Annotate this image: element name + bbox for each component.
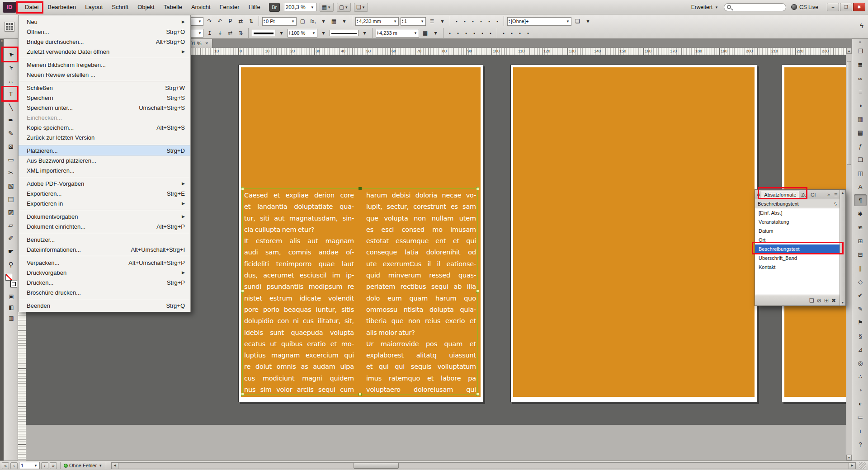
style-menu-icon[interactable]: ▾	[584, 17, 592, 26]
menu-item-zurück-zur-letzten-version[interactable]: Zurück zur letzten Version	[19, 132, 190, 142]
columns-count-field[interactable]: ▴▾1▾	[401, 17, 426, 26]
character-styles-panel-icon[interactable]: A	[854, 181, 867, 193]
menu-item-speichern-unter[interactable]: Speichern unter...Umschalt+Strg+S	[19, 103, 190, 113]
line-tool[interactable]: ╲	[5, 101, 17, 113]
fill-stroke-swatches[interactable]	[5, 274, 17, 287]
text-align-icon-0[interactable]: ▪	[447, 29, 453, 38]
links-panel-icon[interactable]: ∞	[854, 72, 867, 84]
position-icon[interactable]: P	[226, 17, 235, 26]
bridge-button[interactable]: Br	[269, 3, 280, 12]
gradient-panel-icon[interactable]: ▤	[854, 127, 867, 138]
restore-button[interactable]: ❐	[840, 3, 852, 11]
menu-item-schließen[interactable]: SchließenStrg+W	[19, 83, 190, 93]
select-container-button[interactable]: ↥	[205, 29, 214, 38]
menu-item-einchecken[interactable]: Einchecken...	[19, 113, 190, 122]
info-panel-icon[interactable]: i	[854, 425, 867, 437]
menu-item-kopie-speichern[interactable]: Kopie speichern...Alt+Strg+S	[19, 122, 190, 132]
gradient-swatch-tool[interactable]: ▤	[5, 193, 17, 205]
menu-datei[interactable]: Datei	[20, 0, 43, 14]
close-button[interactable]: ✖	[853, 3, 865, 11]
frame-handle[interactable]	[359, 393, 362, 396]
menu-item-adobe-pdf-vorgaben[interactable]: Adobe PDF-Vorgaben▶	[19, 179, 190, 188]
scroll-up-icon[interactable]: ▲	[846, 48, 852, 54]
menu-item-neu[interactable]: Neu▶	[19, 17, 190, 27]
tab-absatzformate[interactable]: Absatzformate	[761, 191, 799, 199]
background-tasks-panel-icon[interactable]: ◔	[854, 384, 867, 396]
pages-panel-icon[interactable]: ❐	[854, 45, 867, 57]
style-row-datum[interactable]: Datum	[755, 226, 840, 235]
text-align-icon-4[interactable]: ▪	[479, 29, 486, 38]
horizontal-scrollbar-thumb[interactable]	[354, 463, 399, 469]
stroke-color-menu-icon[interactable]: ▾	[277, 29, 286, 38]
scroll-down-icon[interactable]: ▼	[841, 301, 844, 304]
cs-live-button[interactable]: CS Live	[788, 4, 822, 10]
scroll-up-icon[interactable]: ▲	[841, 191, 844, 194]
horizontal-scrollbar[interactable]: ◀ ▶	[111, 462, 856, 469]
story-editor-panel-icon[interactable]: ≋	[854, 221, 867, 233]
align-icon-0[interactable]: ▪	[453, 17, 460, 26]
glyphs-panel-icon[interactable]: ✱	[854, 208, 867, 220]
gradient-feather-tool[interactable]: ▨	[5, 206, 17, 218]
notes-panel-icon[interactable]: ✎	[854, 303, 867, 315]
zoom-level-control[interactable]: 203,3 % ▾	[284, 3, 316, 11]
kuler-panel-icon[interactable]: ◐	[854, 398, 867, 409]
last-page-button[interactable]: »	[50, 462, 57, 469]
menu-item-dateiinformationen[interactable]: Dateiinformationen...Alt+Umschalt+Strg+I	[19, 244, 190, 254]
layers-panel-icon[interactable]: ≣	[854, 59, 867, 70]
menu-item-zuletzt-verwendete-datei-öffnen[interactable]: Zuletzt verwendete Datei öffnen▶	[19, 47, 190, 56]
align-icon-2[interactable]: ▪	[470, 17, 476, 26]
menu-tabelle[interactable]: Tabelle	[159, 0, 187, 14]
search-box[interactable]	[724, 3, 786, 11]
style-row-veranstaltung[interactable]: Veranstaltung	[755, 217, 840, 226]
menu-layout[interactable]: Layout	[80, 0, 107, 14]
note-tool[interactable]: ▱	[5, 219, 17, 231]
style-panel-icon[interactable]: ❏	[573, 17, 582, 26]
free-transform-tool[interactable]: ▧	[5, 180, 17, 192]
page-2[interactable]	[510, 65, 757, 402]
object-style-select[interactable]: ▴▾[Ohne]+▾	[507, 17, 571, 26]
flip-v-alt-button[interactable]: ⇅	[236, 29, 245, 38]
script-label-panel-icon[interactable]: ≔	[854, 411, 867, 423]
effects-panel-icon[interactable]: ƒ	[854, 140, 867, 152]
align-icon-1[interactable]: ▪	[462, 17, 468, 26]
gutter-height-field[interactable]: ▴▾4,233 m▾	[376, 29, 419, 38]
menu-item-exportieren-in[interactable]: Exportieren in▶	[19, 198, 190, 208]
close-tab-icon[interactable]: ✕	[205, 41, 208, 46]
previous-page-button[interactable]: ‹	[10, 462, 18, 469]
stroke-panel-icon[interactable]: ≡	[854, 86, 867, 98]
style-row-einf-abs[interactable]: [Einf. Abs.]	[755, 208, 840, 217]
menu-item-benutzer[interactable]: Benutzer...	[19, 235, 190, 244]
menu-fenster[interactable]: Fenster	[215, 0, 244, 14]
menu-item-drucken[interactable]: Drucken...Strg+P	[19, 277, 190, 287]
tags-panel-icon[interactable]: ⚑	[854, 316, 867, 328]
style-row-beschreibungstext[interactable]: Beschreibungstext	[755, 244, 840, 254]
stroke-swatch[interactable]	[10, 281, 17, 287]
page-2-background[interactable]	[513, 67, 755, 397]
opacity-field[interactable]: ▴▾100 %▾	[288, 29, 317, 38]
new-style-icon[interactable]: ⊞	[824, 297, 829, 304]
effects-menu-icon[interactable]: ▾	[319, 17, 328, 26]
text-align-icon-5[interactable]: ▪	[487, 29, 494, 38]
scripts-panel-icon[interactable]: §	[854, 330, 867, 342]
frame-handle[interactable]	[241, 393, 244, 396]
menu-ansicht[interactable]: Ansicht	[187, 0, 215, 14]
object-styles-panel-icon[interactable]: ❏	[854, 154, 867, 165]
spacing-icon-3[interactable]: ▪	[525, 29, 531, 38]
tool-hints-panel-icon[interactable]: ?	[854, 438, 867, 450]
preflight-panel-icon[interactable]: ✔	[854, 289, 867, 301]
menu-item-öffnen[interactable]: Öffnen...Strg+O	[19, 27, 190, 37]
tab-zeichenformate[interactable]: Ze	[799, 191, 809, 197]
page-number-input[interactable]	[21, 463, 33, 468]
frame-handle[interactable]	[241, 187, 244, 190]
menu-item-platzieren[interactable]: Platzieren...Strg+D	[19, 146, 190, 155]
flip-horizontal-button[interactable]: ⇄	[236, 17, 245, 26]
gutter-width-field[interactable]: ▴▾4,233 mm▾	[355, 17, 399, 26]
opacity-menu-icon[interactable]: ▾	[319, 29, 328, 38]
stroke-type-select[interactable]	[330, 30, 359, 36]
selected-text-frame[interactable]: Caesed et expliae derion coreet landanti…	[242, 188, 478, 395]
quick-apply-icon[interactable]: ϟ	[834, 201, 837, 207]
chevron-down-icon[interactable]: ▾	[98, 463, 103, 468]
pathfinder-panel-icon[interactable]: ◇	[854, 276, 867, 287]
direct-selection-tool[interactable]: ➢	[3, 60, 19, 76]
panel-collapse-icon[interactable]: »	[825, 192, 832, 197]
